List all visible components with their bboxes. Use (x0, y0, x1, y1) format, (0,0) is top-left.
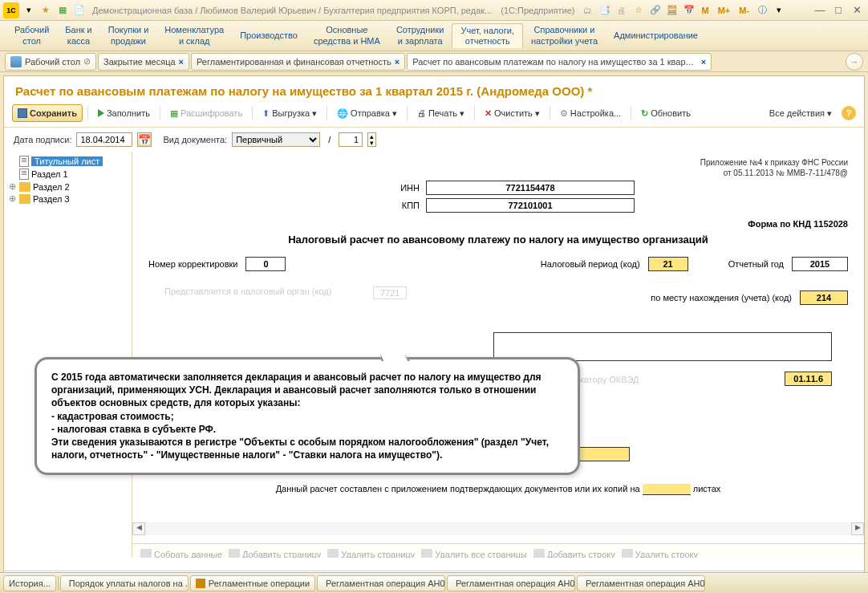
task-reg-op-2[interactable]: Регламентная операция АН0... (447, 575, 575, 591)
x-icon: ✕ (485, 108, 492, 119)
attach-text-1: Данный расчет составлен с приложением по… (276, 484, 640, 493)
sign-date-input[interactable] (76, 132, 132, 147)
save-icon (18, 108, 27, 118)
spinner-icon[interactable]: ▴▾ (367, 132, 376, 147)
okved-value[interactable]: 01.11.6 (785, 372, 832, 386)
help-button[interactable]: ? (842, 106, 856, 120)
add-row-button[interactable]: Добавить строку (533, 549, 615, 558)
period-value[interactable]: 21 (648, 257, 688, 271)
document-icon (19, 156, 29, 167)
slash-label: / (328, 135, 331, 144)
delete-all-pages-button[interactable]: Удалить все страницы (421, 549, 527, 558)
doctype-select[interactable]: Первичный (232, 132, 320, 147)
menu-assets[interactable]: Основные средства и НМА (306, 23, 388, 47)
fill-button[interactable]: Заполнить (93, 104, 155, 122)
star-icon[interactable]: ★ (39, 3, 53, 18)
year-value[interactable]: 2015 (792, 257, 848, 271)
memory-m-plus[interactable]: M+ (715, 6, 734, 15)
memory-m[interactable]: M (699, 6, 712, 15)
close-button[interactable]: ✕ (849, 3, 865, 18)
memory-m-minus[interactable]: M- (736, 6, 752, 15)
attach-count-input[interactable] (643, 484, 691, 495)
dropdown-icon[interactable]: ▾ (22, 3, 36, 18)
tab-label: Регламентированная и финансовая отчетнос… (197, 57, 391, 67)
calc-icon[interactable]: 🧮 (665, 3, 679, 18)
inn-value[interactable]: 7721154478 (426, 181, 635, 195)
close-icon[interactable]: × (395, 57, 400, 67)
task-reg-op-3[interactable]: Регламентная операция АН0... (577, 575, 705, 591)
app-logo: 1С (3, 2, 19, 18)
info-icon[interactable]: ⓘ (755, 3, 769, 18)
link-icon[interactable]: 🔗 (648, 3, 663, 18)
toolbar-icon-1[interactable]: 🗂 (581, 3, 595, 18)
scroll-right-icon[interactable]: ▶ (851, 522, 864, 535)
horizontal-scrollbar[interactable]: ◀ ▶ (132, 522, 864, 535)
place-value[interactable]: 214 (800, 290, 848, 305)
toolbar-icon-3[interactable]: 🖨 (614, 3, 629, 18)
correction-value[interactable]: 0 (245, 257, 286, 271)
minimize-button[interactable]: — (812, 3, 828, 18)
delete-page-button[interactable]: Удалить страницу (327, 549, 415, 558)
settings-button[interactable]: ⚙ Настройка... (555, 104, 626, 122)
delete-row-button[interactable]: Удалить строку (622, 549, 698, 558)
tree-item-section-2[interactable]: ⊕ Раздел 2 (7, 181, 128, 193)
send-button[interactable]: 🌐 Отправка ▾ (332, 104, 402, 122)
menu-desktop[interactable]: Рабочий стол (6, 23, 57, 47)
maximize-button[interactable]: □ (830, 3, 846, 18)
tabs-bar: Рабочий стол ⊘ Закрытие месяца × Регламе… (0, 51, 868, 72)
add-page-button[interactable]: Добавить страницу (229, 549, 321, 558)
scroll-left-icon[interactable]: ◀ (132, 522, 145, 535)
tab-property-tax[interactable]: Расчет по авансовым платежам по налогу н… (407, 53, 712, 71)
menu-admin[interactable]: Администрирование (606, 29, 706, 43)
doctype-label: Вид документа: (163, 135, 227, 144)
save-button[interactable]: Сохранить (12, 104, 83, 122)
grid-icon[interactable]: ▦ (55, 3, 70, 18)
period-label: Налоговый период (код) (541, 259, 640, 269)
favorite-icon[interactable]: ☆ (631, 3, 646, 18)
menu-production[interactable]: Производство (232, 29, 306, 43)
refresh-button[interactable]: ↻ Обновить (636, 104, 696, 122)
menu-taxes[interactable]: Учет, налоги, отчетность (452, 23, 522, 48)
tree-item-title-page[interactable]: Титульный лист (7, 155, 128, 168)
expand-icon[interactable]: ⊕ (9, 181, 17, 192)
menu-employees[interactable]: Сотрудники и зарплата (388, 23, 452, 47)
task-reg-op-1[interactable]: Регламентная операция АН0... (317, 575, 445, 591)
tree-item-section-3[interactable]: ⊕ Раздел 3 (7, 193, 128, 205)
kpp-value[interactable]: 772101001 (426, 198, 635, 213)
calendar-icon[interactable]: 📅 (682, 3, 696, 18)
tab-label: Рабочий стол (25, 57, 80, 67)
calendar-button[interactable]: 📅 (137, 132, 152, 147)
print-button[interactable]: 🖨 Печать ▾ (412, 104, 469, 122)
close-icon[interactable]: × (179, 57, 184, 67)
tab-pin-icon[interactable]: ⊘ (83, 56, 91, 67)
signature-row: Дата подписи: 📅 Вид документа: Первичный… (4, 128, 864, 152)
clear-button[interactable]: ✕ Очистить ▾ (480, 104, 545, 122)
task-tax-order[interactable]: Порядок уплаты налогов на ... (60, 575, 189, 591)
task-history[interactable]: История... (3, 575, 56, 591)
upload-button[interactable]: ⬆ Выгрузка ▾ (258, 104, 322, 122)
doc-icon[interactable]: 📄 (72, 3, 87, 18)
callout-text: С 2015 года автоматически заполняется де… (51, 371, 563, 461)
menu-references[interactable]: Справочники и настройки учета (523, 23, 606, 47)
nav-forward-button[interactable]: → (846, 53, 863, 71)
expand-icon[interactable]: ⊕ (9, 193, 17, 204)
globe-icon: 🌐 (337, 108, 348, 119)
tree-label: Раздел 3 (33, 194, 70, 204)
refresh-label: Обновить (651, 108, 691, 118)
tab-closing-month[interactable]: Закрытие месяца × (98, 53, 189, 71)
page-input[interactable] (339, 132, 363, 147)
task-reg-ops[interactable]: Регламентные операции (190, 575, 315, 591)
menu-bank[interactable]: Банк и касса (57, 23, 99, 47)
decrypt-button[interactable]: ▦ Расшифровать (165, 104, 247, 122)
menu-purchases[interactable]: Покупки и продажи (100, 23, 157, 47)
toolbar-icon-2[interactable]: 📑 (598, 3, 612, 18)
dropdown-2-icon[interactable]: ▾ (772, 3, 786, 18)
all-actions-button[interactable]: Все действия ▾ (765, 104, 837, 122)
close-icon[interactable]: × (701, 57, 706, 67)
menu-nomenclature[interactable]: Номенклатура и склад (156, 23, 232, 47)
tree-item-section-1[interactable]: Раздел 1 (7, 168, 128, 181)
document-content: Расчет по авансовым платежам по налогу н… (3, 75, 865, 592)
collect-data-button[interactable]: Собрать данные (140, 549, 222, 558)
tab-desktop[interactable]: Рабочий стол ⊘ (5, 53, 96, 71)
tab-reg-reports[interactable]: Регламентированная и финансовая отчетнос… (191, 53, 405, 71)
